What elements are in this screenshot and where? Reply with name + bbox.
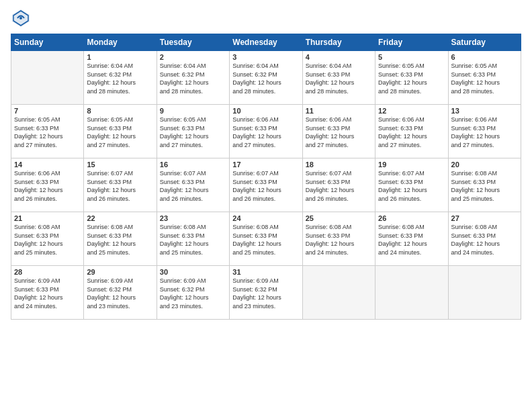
calendar-cell: 6Sunrise: 6:05 AMSunset: 6:33 PMDaylight… — [448, 51, 521, 105]
calendar-cell: 31Sunrise: 6:09 AMSunset: 6:32 PMDayligh… — [230, 266, 302, 320]
calendar-cell: 26Sunrise: 6:08 AMSunset: 6:33 PMDayligh… — [375, 212, 448, 266]
calendar-cell: 12Sunrise: 6:06 AMSunset: 6:33 PMDayligh… — [375, 105, 448, 158]
day-number: 4 — [306, 53, 372, 61]
day-number: 14 — [14, 161, 81, 169]
calendar-cell: 19Sunrise: 6:07 AMSunset: 6:33 PMDayligh… — [375, 158, 448, 212]
day-number: 24 — [232, 214, 299, 222]
calendar-cell: 3Sunrise: 6:04 AMSunset: 6:32 PMDaylight… — [230, 51, 302, 105]
day-number: 15 — [87, 161, 153, 169]
calendar-cell: 27Sunrise: 6:08 AMSunset: 6:33 PMDayligh… — [448, 212, 521, 266]
calendar-cell: 20Sunrise: 6:08 AMSunset: 6:33 PMDayligh… — [448, 158, 521, 212]
day-number: 22 — [87, 214, 153, 222]
calendar-cell: 17Sunrise: 6:07 AMSunset: 6:33 PMDayligh… — [230, 158, 302, 212]
calendar-week-row: 1Sunrise: 6:04 AMSunset: 6:32 PMDaylight… — [11, 51, 521, 105]
calendar-cell: 18Sunrise: 6:07 AMSunset: 6:33 PMDayligh… — [302, 158, 375, 212]
day-info: Sunrise: 6:05 AMSunset: 6:33 PMDaylight:… — [378, 62, 445, 95]
day-info: Sunrise: 6:09 AMSunset: 6:33 PMDaylight:… — [14, 277, 81, 310]
calendar-header-wednesday: Wednesday — [230, 34, 302, 51]
calendar-cell: 1Sunrise: 6:04 AMSunset: 6:32 PMDaylight… — [84, 51, 157, 105]
day-number: 11 — [306, 107, 372, 115]
day-info: Sunrise: 6:07 AMSunset: 6:33 PMDaylight:… — [232, 169, 299, 203]
day-info: Sunrise: 6:09 AMSunset: 6:32 PMDaylight:… — [160, 277, 226, 310]
day-number: 28 — [14, 268, 81, 276]
day-info: Sunrise: 6:08 AMSunset: 6:33 PMDaylight:… — [378, 223, 445, 257]
day-info: Sunrise: 6:08 AMSunset: 6:33 PMDaylight:… — [87, 223, 153, 257]
calendar-header-sunday: Sunday — [11, 34, 84, 51]
day-info: Sunrise: 6:07 AMSunset: 6:33 PMDaylight:… — [378, 169, 445, 203]
calendar-cell: 24Sunrise: 6:08 AMSunset: 6:33 PMDayligh… — [230, 212, 302, 266]
day-info: Sunrise: 6:06 AMSunset: 6:33 PMDaylight:… — [451, 116, 518, 149]
day-info: Sunrise: 6:09 AMSunset: 6:32 PMDaylight:… — [232, 277, 299, 310]
calendar-cell: 21Sunrise: 6:08 AMSunset: 6:33 PMDayligh… — [11, 212, 84, 266]
calendar-header-saturday: Saturday — [448, 34, 521, 51]
day-number: 31 — [232, 268, 299, 276]
day-number: 21 — [14, 214, 81, 222]
day-info: Sunrise: 6:05 AMSunset: 6:33 PMDaylight:… — [160, 116, 226, 149]
day-info: Sunrise: 6:04 AMSunset: 6:33 PMDaylight:… — [306, 62, 372, 95]
day-info: Sunrise: 6:08 AMSunset: 6:33 PMDaylight:… — [451, 223, 518, 257]
day-number: 8 — [87, 107, 153, 115]
day-number: 13 — [451, 107, 518, 115]
day-info: Sunrise: 6:04 AMSunset: 6:32 PMDaylight:… — [160, 62, 226, 95]
day-info: Sunrise: 6:05 AMSunset: 6:33 PMDaylight:… — [87, 116, 153, 149]
calendar-cell: 29Sunrise: 6:09 AMSunset: 6:32 PMDayligh… — [84, 266, 157, 320]
calendar-cell: 25Sunrise: 6:08 AMSunset: 6:33 PMDayligh… — [302, 212, 375, 266]
calendar-cell: 13Sunrise: 6:06 AMSunset: 6:33 PMDayligh… — [448, 105, 521, 158]
calendar-cell: 4Sunrise: 6:04 AMSunset: 6:33 PMDaylight… — [302, 51, 375, 105]
day-info: Sunrise: 6:06 AMSunset: 6:33 PMDaylight:… — [306, 116, 372, 149]
calendar-week-row: 28Sunrise: 6:09 AMSunset: 6:33 PMDayligh… — [11, 266, 521, 320]
calendar-cell: 2Sunrise: 6:04 AMSunset: 6:32 PMDaylight… — [157, 51, 229, 105]
day-number: 23 — [160, 214, 226, 222]
calendar-week-row: 7Sunrise: 6:05 AMSunset: 6:33 PMDaylight… — [11, 105, 521, 158]
calendar-header-friday: Friday — [375, 34, 448, 51]
calendar-cell: 30Sunrise: 6:09 AMSunset: 6:32 PMDayligh… — [157, 266, 229, 320]
day-number: 17 — [232, 161, 299, 169]
day-info: Sunrise: 6:06 AMSunset: 6:33 PMDaylight:… — [378, 116, 445, 149]
day-number: 20 — [451, 161, 518, 169]
calendar-header-thursday: Thursday — [302, 34, 375, 51]
day-info: Sunrise: 6:08 AMSunset: 6:33 PMDaylight:… — [232, 223, 299, 257]
day-info: Sunrise: 6:08 AMSunset: 6:33 PMDaylight:… — [160, 223, 226, 257]
calendar-cell — [375, 266, 448, 320]
day-number: 30 — [160, 268, 226, 276]
day-info: Sunrise: 6:04 AMSunset: 6:32 PMDaylight:… — [232, 62, 299, 95]
day-info: Sunrise: 6:08 AMSunset: 6:33 PMDaylight:… — [14, 223, 81, 257]
day-number: 25 — [306, 214, 372, 222]
day-info: Sunrise: 6:06 AMSunset: 6:33 PMDaylight:… — [14, 169, 81, 203]
day-number: 26 — [378, 214, 445, 222]
svg-point-2 — [19, 17, 22, 19]
logo-icon — [11, 8, 31, 28]
calendar-cell: 7Sunrise: 6:05 AMSunset: 6:33 PMDaylight… — [11, 105, 84, 158]
calendar-cell: 22Sunrise: 6:08 AMSunset: 6:33 PMDayligh… — [84, 212, 157, 266]
calendar-cell: 8Sunrise: 6:05 AMSunset: 6:33 PMDaylight… — [84, 105, 157, 158]
day-number: 3 — [232, 53, 299, 61]
day-info: Sunrise: 6:08 AMSunset: 6:33 PMDaylight:… — [451, 169, 518, 203]
day-number: 6 — [451, 53, 518, 61]
page-header — [11, 8, 521, 28]
calendar-header-monday: Monday — [84, 34, 157, 51]
day-number: 12 — [378, 107, 445, 115]
day-number: 29 — [87, 268, 153, 276]
calendar-header-row: SundayMondayTuesdayWednesdayThursdayFrid… — [11, 34, 521, 51]
calendar-table: SundayMondayTuesdayWednesdayThursdayFrid… — [11, 34, 521, 320]
day-number: 18 — [306, 161, 372, 169]
calendar-cell: 11Sunrise: 6:06 AMSunset: 6:33 PMDayligh… — [302, 105, 375, 158]
day-number: 7 — [14, 107, 81, 115]
calendar-cell: 23Sunrise: 6:08 AMSunset: 6:33 PMDayligh… — [157, 212, 229, 266]
calendar-cell: 9Sunrise: 6:05 AMSunset: 6:33 PMDaylight… — [157, 105, 229, 158]
day-info: Sunrise: 6:09 AMSunset: 6:32 PMDaylight:… — [87, 277, 153, 310]
day-number: 9 — [160, 107, 226, 115]
day-number: 16 — [160, 161, 226, 169]
day-info: Sunrise: 6:06 AMSunset: 6:33 PMDaylight:… — [232, 116, 299, 149]
calendar-cell: 16Sunrise: 6:07 AMSunset: 6:33 PMDayligh… — [157, 158, 229, 212]
calendar-cell: 28Sunrise: 6:09 AMSunset: 6:33 PMDayligh… — [11, 266, 84, 320]
day-info: Sunrise: 6:07 AMSunset: 6:33 PMDaylight:… — [87, 169, 153, 203]
calendar-cell — [448, 266, 521, 320]
day-info: Sunrise: 6:07 AMSunset: 6:33 PMDaylight:… — [160, 169, 226, 203]
logo — [11, 8, 34, 28]
day-number: 10 — [232, 107, 299, 115]
calendar-cell — [302, 266, 375, 320]
day-number: 5 — [378, 53, 445, 61]
day-info: Sunrise: 6:05 AMSunset: 6:33 PMDaylight:… — [451, 62, 518, 95]
calendar-cell: 15Sunrise: 6:07 AMSunset: 6:33 PMDayligh… — [84, 158, 157, 212]
